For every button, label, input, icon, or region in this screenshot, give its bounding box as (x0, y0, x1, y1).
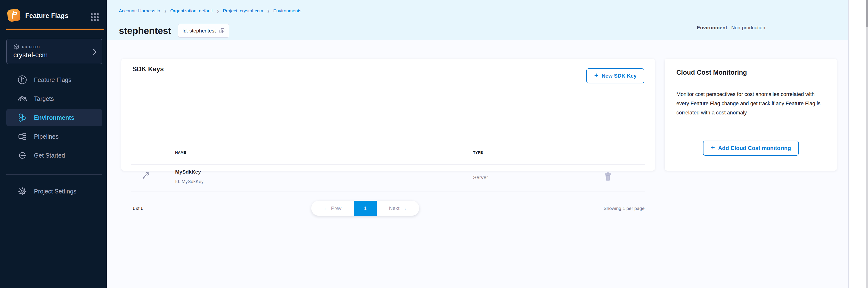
table-divider (131, 164, 645, 165)
sidebar-item-label: Pipelines (34, 133, 59, 140)
content-scroll-gutter (848, 0, 868, 288)
sidebar-item-environments[interactable]: Environments (6, 109, 102, 126)
environment-id-chip[interactable]: Id: stephentest (178, 24, 229, 38)
breadcrumb-separator-icon: ❯ (267, 9, 270, 13)
scrollbar-thumb[interactable] (866, 0, 868, 27)
sidebar-item-get-started[interactable]: Get Started (6, 147, 102, 164)
sdk-keys-title: SDK Keys (132, 65, 164, 73)
new-sdk-key-button[interactable]: + New SDK Key (586, 68, 644, 84)
sdk-key-id: Id: MySdkKey (175, 179, 204, 184)
pagination-next-button[interactable]: Next → (377, 201, 419, 216)
arrow-left-icon: ← (323, 205, 329, 211)
sidebar-item-label: Project Settings (34, 188, 76, 195)
key-icon (141, 171, 150, 180)
pagination: ← Prev 1 Next → (311, 201, 419, 216)
breadcrumb-separator-icon: ❯ (164, 9, 167, 13)
cloud-cost-card: Cloud Cost Monitoring Monitor cost persp… (665, 59, 837, 171)
environment-id-text: Id: stephentest (182, 28, 216, 34)
cube-icon (13, 44, 20, 50)
sidebar-item-label: Targets (34, 95, 54, 102)
sidebar-item-label: Feature Flags (34, 76, 71, 84)
pagination-page-1-button[interactable]: 1 (354, 201, 377, 216)
sdk-key-type: Server (473, 174, 488, 180)
environments-icon (17, 112, 28, 123)
environment-type: Environment: Non-production (697, 25, 765, 31)
sidebar-item-targets[interactable]: Targets (6, 90, 102, 107)
flag-circle-icon (17, 74, 28, 85)
delete-sdk-key-button[interactable] (603, 171, 613, 181)
project-name: crystal-ccm (13, 51, 48, 59)
cloud-cost-description: Monitor cost perspectives for cost anoma… (676, 90, 826, 117)
plus-icon: + (594, 75, 598, 76)
sidebar-item-feature-flags[interactable]: Feature Flags (6, 71, 102, 88)
module-accent-underline (6, 29, 104, 30)
pagination-range: 1 of 1 (132, 206, 143, 211)
sidebar-item-pipelines[interactable]: Pipelines (6, 128, 102, 145)
arrow-right-icon: → (402, 205, 407, 211)
page-title: stephentest (119, 26, 171, 36)
project-selector[interactable]: PROJECT crystal-ccm (6, 39, 102, 64)
targets-icon (17, 93, 28, 104)
feature-flags-logo-icon[interactable] (7, 8, 21, 22)
breadcrumb-project-link[interactable]: Project: crystal-ccm (223, 8, 263, 13)
pagination-per-page: Showing 1 per page (603, 206, 645, 211)
environment-type-value: Non-production (731, 25, 765, 31)
environment-type-label: Environment: (697, 25, 729, 31)
sidebar-item-label: Get Started (34, 152, 65, 159)
sidebar: Feature Flags PROJECT crystal-ccm (0, 0, 107, 288)
breadcrumb-separator-icon: ❯ (216, 9, 219, 13)
sidebar-item-label: Environments (34, 114, 74, 121)
pagination-prev-button[interactable]: ← Prev (311, 201, 354, 216)
add-cloud-cost-button[interactable]: + Add Cloud Cost monitoring (703, 140, 799, 156)
sidebar-divider (6, 174, 102, 174)
plus-icon: + (711, 148, 715, 149)
sidebar-item-project-settings[interactable]: Project Settings (6, 183, 102, 200)
column-header-name: NAME (175, 150, 186, 154)
product-title: Feature Flags (25, 12, 68, 20)
breadcrumb-account-link[interactable]: Account: Harness.io (119, 8, 160, 13)
get-started-icon (17, 150, 28, 161)
chevron-right-icon (93, 49, 97, 55)
module-header: Feature Flags (0, 0, 107, 29)
pipelines-icon (17, 131, 28, 142)
breadcrumb-environments-link[interactable]: Environments (273, 8, 301, 13)
window-scrollbar[interactable] (866, 0, 868, 288)
page-header-band: Account: Harness.io ❯ Organization: defa… (107, 0, 848, 40)
breadcrumb: Account: Harness.io ❯ Organization: defa… (119, 8, 302, 13)
table-divider (131, 192, 645, 192)
project-label: PROJECT (22, 45, 40, 49)
cloud-cost-title: Cloud Cost Monitoring (676, 69, 747, 76)
column-header-type: TYPE (473, 150, 483, 154)
module-grid-icon[interactable] (91, 13, 99, 21)
sdk-keys-card: SDK Keys + New SDK Key NAME TYPE MySdkKe… (121, 59, 655, 171)
gear-icon (17, 186, 28, 197)
copy-icon[interactable] (219, 28, 225, 34)
sdk-key-name: MySdkKey (175, 169, 201, 175)
breadcrumb-organization-link[interactable]: Organization: default (170, 8, 213, 13)
app-window: Feature Flags PROJECT crystal-ccm (0, 0, 868, 288)
